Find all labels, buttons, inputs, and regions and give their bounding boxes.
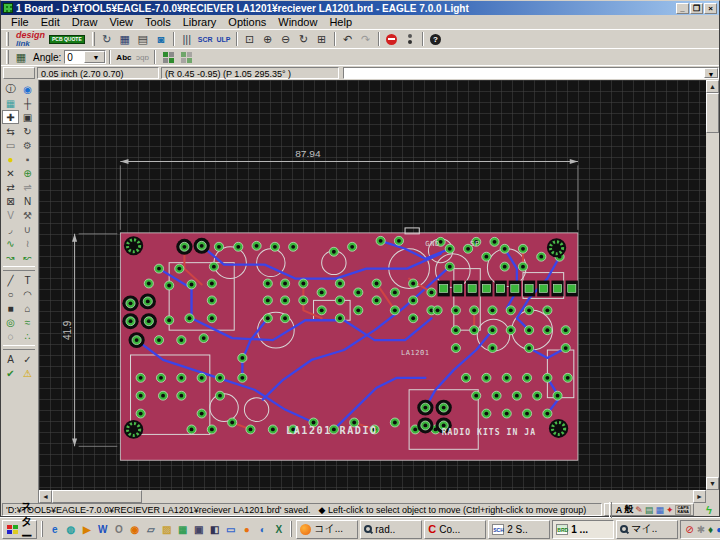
scroll-right-icon[interactable]: ► — [693, 490, 706, 503]
zoom-fit-icon[interactable]: ⊡ — [241, 31, 259, 48]
ime-grip[interactable] — [609, 502, 612, 518]
task-button[interactable]: マイ.. — [616, 520, 678, 539]
pinswap-tool[interactable]: ⇄ — [2, 180, 19, 194]
pad-display-hatch-button[interactable] — [177, 49, 195, 66]
chevron-down-icon[interactable]: ▼ — [84, 51, 105, 63]
copy-tool[interactable]: ▣ — [19, 110, 36, 124]
outlook-icon[interactable]: ◍ — [63, 522, 78, 537]
task-button[interactable]: SCH2 S.. — [488, 520, 550, 539]
db-icon[interactable]: ◧ — [207, 522, 222, 537]
minimize-button[interactable]: _ — [676, 3, 689, 14]
toolbar-grip[interactable] — [92, 32, 95, 46]
zoom-in-icon[interactable]: ⊕ — [259, 31, 277, 48]
designlink-logo[interactable]: designlink PCB QUOTE — [16, 31, 85, 48]
scroll-up-icon[interactable]: ▲ — [706, 80, 719, 93]
value-tool[interactable]: V — [2, 208, 19, 222]
ime-input-mode[interactable]: A — [616, 505, 623, 515]
globe-icon[interactable]: ◐ — [255, 522, 270, 537]
wire-tool[interactable]: ╱ — [2, 273, 19, 287]
split-tool[interactable]: ∪ — [19, 222, 36, 236]
menu-window[interactable]: Window — [272, 16, 323, 28]
errors-tool[interactable]: ✔ — [2, 366, 19, 380]
add-tool[interactable]: ⊕ — [19, 166, 36, 180]
vertical-scrollbar[interactable]: ▲ ▼ — [706, 80, 719, 490]
optimize-tool[interactable]: ∿ — [2, 236, 19, 250]
ime-tools-icon[interactable]: ✎ — [635, 505, 643, 515]
text-mirror-button[interactable]: ɔqɒ — [133, 49, 151, 66]
arc-tool[interactable]: ◠ — [19, 287, 36, 301]
help-icon[interactable]: ? — [427, 31, 445, 48]
lock-tool[interactable]: ⊠ — [2, 194, 19, 208]
zoom-redraw-icon[interactable]: ↻ — [295, 31, 313, 48]
horizontal-scroll-thumb[interactable] — [52, 490, 142, 503]
title-bar[interactable]: 1 Board - D:¥TOOL5¥EAGLE-7.0.0¥RECIEVER … — [1, 1, 719, 15]
layer-settings-icon[interactable]: ||| — [178, 31, 196, 48]
taskbar-grip[interactable] — [41, 521, 43, 537]
polygon-tool[interactable]: ⌂ — [19, 301, 36, 315]
mark-tool[interactable]: ┼ — [19, 96, 36, 110]
task-button[interactable]: rad.. — [360, 520, 422, 539]
taskbar-grip[interactable] — [290, 521, 292, 537]
command-input[interactable] — [344, 68, 704, 78]
delete-tool[interactable]: ✕ — [2, 166, 19, 180]
mirror-tool[interactable]: ⇆ — [2, 124, 19, 138]
restore-button[interactable]: ❐ — [690, 3, 703, 14]
ime-toolbar[interactable]: A 般 ✎▤▦✦ CAPSKANA — [604, 503, 694, 516]
hole-tool[interactable]: ◌ — [2, 329, 19, 343]
undo-icon[interactable]: ↶ — [339, 31, 357, 48]
menu-help[interactable]: Help — [323, 16, 358, 28]
task-button[interactable]: BRD1 ... — [552, 520, 614, 539]
info-tool[interactable]: ⓘ — [2, 82, 19, 96]
antivirus-shield-icon[interactable]: ♦ — [708, 524, 713, 535]
ime-menu-icon[interactable]: ✦ — [666, 505, 674, 515]
menu-tools[interactable]: Tools — [139, 16, 177, 28]
firefox-icon[interactable]: ● — [239, 522, 254, 537]
graphics-utility-icon[interactable]: ✱ — [697, 524, 705, 535]
meander-tool[interactable]: ≀ — [19, 236, 36, 250]
go-icon[interactable] — [401, 31, 419, 48]
replace-tool[interactable]: ⇌ — [19, 180, 36, 194]
vertical-scroll-thumb[interactable] — [706, 93, 719, 133]
zoom-out-icon[interactable]: ⊖ — [277, 31, 295, 48]
show-desktop-icon[interactable]: ▱ — [143, 522, 158, 537]
print-icon[interactable]: ▤ — [134, 31, 152, 48]
ime-caps-kana[interactable]: CAPSKANA — [675, 505, 691, 515]
change-tool[interactable]: ⚙ — [19, 138, 36, 152]
stop-icon[interactable] — [383, 31, 401, 48]
image-viewer-icon[interactable]: ▦ — [175, 522, 190, 537]
media-icon[interactable]: ▶ — [79, 522, 94, 537]
warning-tool[interactable]: ⚠ — [19, 366, 36, 380]
board-canvas[interactable]: 87.9441.9GNDSPLA1201LA1201 RADIORADIO KI… — [39, 80, 706, 490]
cam-processor-icon[interactable]: ◙ — [152, 31, 170, 48]
route-tool[interactable]: ↝ — [2, 250, 19, 264]
menu-edit[interactable]: Edit — [35, 16, 66, 28]
redo-icon[interactable]: ↷ — [357, 31, 375, 48]
start-button[interactable]: スタート — [2, 520, 37, 539]
monitor-icon[interactable]: ▭ — [223, 522, 238, 537]
close-button[interactable]: × — [704, 3, 717, 14]
menu-options[interactable]: Options — [222, 16, 272, 28]
menu-library[interactable]: Library — [177, 16, 223, 28]
circle-tool[interactable]: ○ — [2, 287, 19, 301]
move-tool[interactable]: ✚ — [2, 110, 19, 124]
horizontal-scrollbar[interactable]: ◄ ► — [39, 490, 706, 503]
command-history-dropdown[interactable]: ▼ — [704, 68, 718, 78]
via-tool[interactable]: ◎ — [2, 315, 19, 329]
grid-settings-icon[interactable]: ▦ — [12, 49, 30, 66]
menu-view[interactable]: View — [103, 16, 139, 28]
run-ulp-icon[interactable]: ULP — [215, 31, 233, 48]
text-style-button[interactable]: Abc — [114, 49, 133, 66]
angle-select[interactable]: 0▼ — [64, 50, 106, 64]
word-icon[interactable]: W — [95, 522, 110, 537]
run-script-icon[interactable]: SCR — [196, 31, 215, 48]
display-tool[interactable]: ▦ — [2, 96, 19, 110]
text-tool[interactable]: T — [19, 273, 36, 287]
rect-tool[interactable]: ■ — [2, 301, 19, 315]
pad-display-solid-button[interactable] — [159, 49, 177, 66]
office-icon[interactable]: O — [111, 522, 126, 537]
mediaplayer-icon[interactable]: ◉ — [127, 522, 142, 537]
volume-muted-icon[interactable]: ⊘ — [685, 524, 693, 535]
show-tool[interactable]: ◉ — [19, 82, 36, 96]
smash-tool[interactable]: ⚒ — [19, 208, 36, 222]
menu-file[interactable]: File — [5, 16, 35, 28]
